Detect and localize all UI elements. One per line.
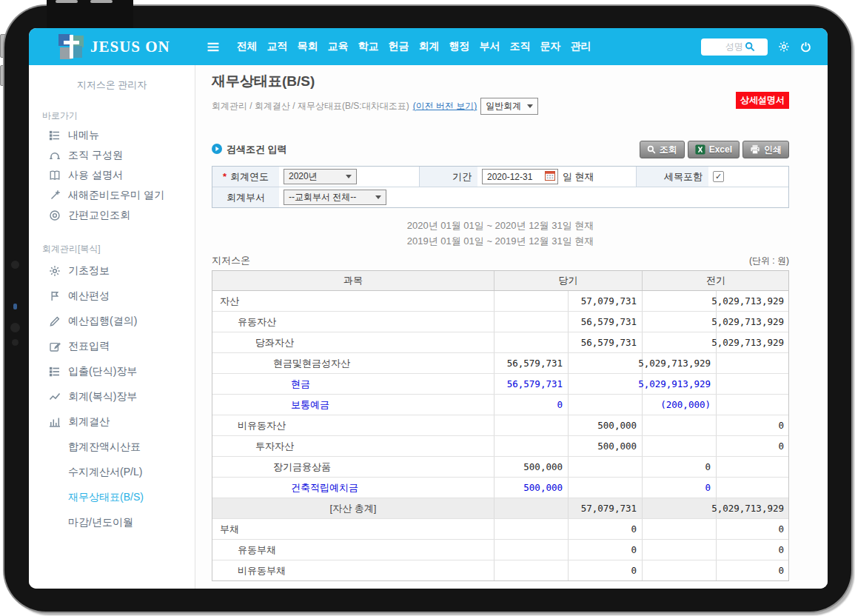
fiscal-year-label: * 회계연도: [212, 167, 279, 187]
main-menu-item[interactable]: 회계: [414, 36, 444, 58]
sidebar-item-label: 기초정보: [68, 264, 110, 278]
main-menu-item[interactable]: 교육: [323, 36, 353, 58]
sidebar-item[interactable]: 전표입력: [29, 334, 195, 359]
main-menu-item[interactable]: 관리: [566, 36, 596, 58]
fiscal-year-select[interactable]: 2020년: [284, 169, 357, 184]
main-menu-item[interactable]: 문자: [535, 36, 566, 58]
chevron-down-icon: [375, 195, 381, 199]
sidebar-item[interactable]: 간편교인조회: [29, 205, 195, 225]
account-name-cell: 비유동부채: [212, 560, 494, 580]
accounting-dept-select[interactable]: --교회부서 전체--: [284, 190, 386, 205]
settings-gear-icon[interactable]: [778, 41, 790, 53]
current-detail-cell: [494, 415, 568, 435]
sidebar-item[interactable]: 수지계산서(P/L): [29, 460, 195, 485]
hamburger-menu-icon[interactable]: [207, 42, 220, 52]
account-type-select[interactable]: 일반회계: [480, 98, 538, 115]
sidebar-item[interactable]: 예산편성: [29, 284, 195, 309]
sidebar-item[interactable]: 합계잔액시산표: [29, 435, 195, 460]
balance-sheet-table: 과목 당기 전기 자산 57,079,731: [212, 270, 789, 581]
column-header-current: 당기: [494, 271, 642, 290]
sidebar-item-label: 합계잔액시산표: [68, 441, 141, 454]
power-icon[interactable]: [800, 41, 811, 53]
sidebar-item[interactable]: 사용 설명서: [29, 165, 195, 185]
detail-manual-button[interactable]: 상세설명서: [736, 92, 789, 109]
투자자산: 투자자산 500,000 0: [212, 435, 788, 456]
장기금융상품: 장기금융상품 500,000 0: [212, 456, 788, 477]
current-total-cell[interactable]: [568, 478, 642, 498]
sidebar-item-label: 간편교인조회: [68, 209, 130, 222]
table-header-row: 과목 당기 전기: [212, 271, 788, 291]
account-name-cell[interactable]: 현금: [212, 374, 494, 394]
account-name-cell: 유동자산: [212, 312, 494, 332]
main-menu-item[interactable]: 헌금: [383, 36, 414, 58]
excel-button[interactable]: Excel: [688, 141, 740, 158]
previous-total-cell: 0: [716, 519, 789, 539]
print-button[interactable]: 인쇄: [742, 141, 789, 158]
table-body: 자산 57,079,731 5,029,713,929 유동자산: [212, 291, 788, 580]
previous-total-cell[interactable]: [716, 374, 789, 394]
main-menu-item[interactable]: 행정: [444, 36, 475, 58]
previous-detail-cell[interactable]: 5,029,913,929: [642, 374, 716, 394]
period-date-input[interactable]: 2020-12-31: [482, 169, 558, 184]
sidebar-item[interactable]: 재무상태표(B/S): [29, 485, 195, 510]
previous-version-link[interactable]: (이전 버전 보기): [413, 100, 477, 113]
include-subitems-checkbox[interactable]: [713, 171, 724, 182]
유동부채: 유동부채 0 0: [212, 539, 788, 560]
main-menu-item[interactable]: 전체: [232, 36, 262, 58]
sidebar-item[interactable]: 입출(단식)장부: [29, 359, 195, 384]
previous-detail-cell: [642, 540, 716, 560]
chevron-down-icon: [346, 175, 352, 178]
current-detail-cell: [494, 560, 568, 580]
report-period-line: 2019년 01월 01일 ~ 2019년 12월 31일 현재: [212, 233, 789, 249]
account-name-cell[interactable]: 건축적립예치금: [212, 478, 494, 498]
calendar-icon[interactable]: [545, 170, 555, 183]
main-menu-item[interactable]: 목회: [292, 36, 323, 58]
current-total-cell[interactable]: [568, 374, 642, 394]
current-total-cell: 57,079,731: [568, 498, 642, 518]
name-search-input[interactable]: [706, 41, 745, 53]
search-button[interactable]: 조회: [640, 141, 685, 158]
eye-icon: [48, 209, 61, 221]
app-logo[interactable]: JESUS ON: [29, 34, 188, 59]
sidebar-item[interactable]: 예산집행(결의): [29, 309, 195, 334]
flag-icon: [48, 290, 61, 303]
app-logo-text: JESUS ON: [90, 38, 170, 56]
account-name-cell: 장기금융상품: [212, 457, 494, 477]
account-name-cell[interactable]: 보통예금: [212, 395, 494, 415]
main-menu-item[interactable]: 부서: [475, 36, 505, 58]
search-icon[interactable]: [745, 41, 755, 52]
sidebar-item-label: 수지계산서(P/L): [68, 466, 142, 479]
sidebar-accounting-list: 기초정보 예산편성 예산집행(결의): [29, 258, 195, 535]
sidebar-item[interactable]: 조직 구성원: [29, 145, 195, 165]
pencil-icon: [48, 315, 61, 328]
org-icon: [48, 149, 61, 161]
sidebar-item[interactable]: 내메뉴: [29, 125, 195, 145]
previous-detail-cell[interactable]: (200,000): [642, 395, 716, 415]
sidebar-item[interactable]: 회계결산: [29, 409, 195, 435]
sidebar-section-title: 바로가기: [42, 110, 195, 122]
current-total-cell: 500,000: [568, 415, 642, 435]
main-menu-item[interactable]: 교적: [262, 36, 292, 58]
sidebar-item[interactable]: 마감/년도이월: [29, 510, 195, 535]
current-detail-cell[interactable]: 0: [494, 395, 568, 415]
previous-total-cell[interactable]: [716, 478, 789, 498]
previous-detail-cell: [642, 519, 716, 539]
account-name-cell: 현금및현금성자산: [212, 353, 494, 373]
main-content: 상세설명서 재무상태표(B/S) 회계관리 / 회계결산 / 재무상태표(B/S…: [195, 65, 828, 589]
report-period-lines: 2020년 01월 01일 ~ 2020년 12월 31일 현재2019년 01…: [212, 218, 789, 249]
previous-detail-cell[interactable]: 0: [642, 478, 716, 498]
current-total-cell[interactable]: [568, 395, 642, 415]
current-detail-cell[interactable]: 500,000: [494, 478, 568, 498]
sidebar-item[interactable]: 기초정보: [29, 258, 195, 284]
previous-total-cell: 5,029,713,929: [716, 291, 789, 311]
main-menu-item[interactable]: 학교: [353, 36, 383, 58]
account-name-cell: 당좌자산: [212, 332, 494, 352]
previous-total-cell[interactable]: [716, 395, 789, 415]
menu-list-icon: [48, 129, 61, 141]
period-label: 기간: [420, 167, 477, 187]
sidebar-item-label: 회계(복식)장부: [68, 390, 137, 404]
main-menu-item[interactable]: 조직: [505, 36, 535, 58]
sidebar-item[interactable]: 회계(복식)장부: [29, 384, 195, 409]
sidebar-item[interactable]: 새해준비도우미 열기: [29, 185, 195, 205]
current-detail-cell[interactable]: 56,579,731: [494, 374, 568, 394]
